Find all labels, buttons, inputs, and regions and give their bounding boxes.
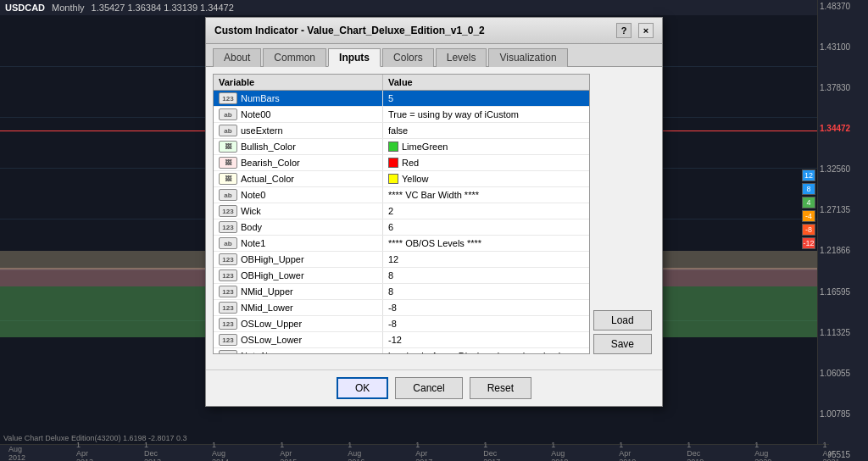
row-value: -12 <box>383 333 589 347</box>
row-variable: 123 Wick <box>214 203 383 219</box>
load-button[interactable]: Load <box>593 310 652 330</box>
type-badge: 123 <box>219 92 237 104</box>
row-value: LimeGreen <box>383 140 589 153</box>
var-name: NMid_Upper <box>241 286 293 297</box>
cancel-button[interactable]: Cancel <box>395 377 462 399</box>
tab-bar: About Common Inputs Colors Levels Visual… <box>206 44 662 67</box>
table-row[interactable]: 123 OBHigh_Lower 8 <box>214 268 589 284</box>
table-row[interactable]: ab Note00 True = using by way of iCustom <box>214 107 589 123</box>
table-row[interactable]: 🖼 Actual_Color Yellow <box>214 171 589 187</box>
row-value[interactable]: 5 <box>383 92 589 105</box>
color-swatch <box>388 174 398 184</box>
var-name: Body <box>241 222 262 232</box>
type-badge: 123 <box>219 286 237 297</box>
tab-colors[interactable]: Colors <box>382 48 434 67</box>
type-badge: ab <box>219 237 237 249</box>
color-swatch <box>388 158 398 168</box>
row-value: 8 <box>383 285 589 298</box>
table-row[interactable]: 123 OSLow_Upper -8 <box>214 316 589 332</box>
row-variable: 123 OSLow_Upper <box>214 316 383 331</box>
type-badge: ab <box>219 189 237 201</box>
reset-button[interactable]: Reset <box>470 377 531 399</box>
row-variable: 🖼 Actual_Color <box>214 171 383 186</box>
var-name: Note00 <box>241 109 270 119</box>
tab-visualization[interactable]: Visualization <box>488 48 567 67</box>
custom-indicator-dialog: Custom Indicator - Value_Chart_Deluxe_Ed… <box>205 17 663 407</box>
row-variable: 123 OSLow_Lower <box>214 332 383 347</box>
row-variable: ab Note1 <box>214 236 383 251</box>
row-variable: 123 NMid_Lower <box>214 300 383 315</box>
tab-about[interactable]: About <box>213 48 261 67</box>
param-table: Variable Value 123 NumBars 5 <box>213 74 590 354</box>
var-name: useExtern <box>241 125 283 136</box>
type-badge: 123 <box>219 253 237 265</box>
var-name: Bearish_Color <box>241 158 300 168</box>
table-row[interactable]: ab Note1 **** OB/OS Levels **** <box>214 236 589 252</box>
dialog-overlay: Custom Indicator - Value_Chart_Deluxe_Ed… <box>0 0 868 461</box>
row-value: -8 <box>383 301 589 314</box>
table-row[interactable]: 🖼 Bullish_Color LimeGreen <box>214 139 589 155</box>
table-row[interactable]: 123 Body 6 <box>214 219 589 236</box>
table-row[interactable]: ab Note1b barsback=Areas Displayed num b… <box>214 348 589 353</box>
dialog-titlebar[interactable]: Custom Indicator - Value_Chart_Deluxe_Ed… <box>206 18 662 44</box>
var-name: NMid_Lower <box>241 303 293 313</box>
ok-button[interactable]: OK <box>337 377 388 399</box>
table-row[interactable]: 123 OSLow_Lower -12 <box>214 332 589 348</box>
row-value: Red <box>383 156 589 169</box>
var-name: Note0 <box>241 190 265 200</box>
row-value: -8 <box>383 317 589 330</box>
dialog-content: Variable Value 123 NumBars 5 <box>206 67 662 369</box>
row-variable: 123 Body <box>214 219 383 235</box>
type-badge: ab <box>219 350 237 353</box>
row-variable: 123 OBHigh_Upper <box>214 252 383 267</box>
row-variable: ab Note1b <box>214 348 383 353</box>
table-row[interactable]: 🖼 Bearish_Color Red <box>214 155 589 171</box>
row-value: 8 <box>383 269 589 282</box>
type-badge: 123 <box>219 334 237 346</box>
table-header: Variable Value <box>214 75 589 91</box>
dialog-title: Custom Indicator - Value_Chart_Deluxe_Ed… <box>214 25 485 36</box>
help-button[interactable]: ? <box>616 23 632 38</box>
var-name: Bullish_Color <box>241 142 296 152</box>
tab-levels[interactable]: Levels <box>436 48 487 67</box>
type-badge: 🖼 <box>219 157 237 169</box>
content-row: Variable Value 123 NumBars 5 <box>213 74 655 354</box>
var-name: OSLow_Upper <box>241 319 302 329</box>
row-variable: ab Note00 <box>214 107 383 122</box>
type-badge: 🖼 <box>219 173 237 185</box>
var-name: NumBars <box>241 93 280 103</box>
row-value: 2 <box>383 204 589 218</box>
row-variable: ab useExtern <box>214 123 383 138</box>
color-swatch <box>388 142 398 152</box>
row-value: 6 <box>383 220 589 234</box>
table-scroll-area[interactable]: 123 NumBars 5 ab Note00 True = using by <box>214 91 589 353</box>
table-row[interactable]: 123 NMid_Upper 8 <box>214 284 589 300</box>
dialog-footer: OK Cancel Reset <box>206 369 662 406</box>
tab-inputs[interactable]: Inputs <box>328 48 381 67</box>
col-var-header: Variable <box>214 75 383 90</box>
load-save-area: Load Save <box>593 310 655 354</box>
var-name: Wick <box>241 206 261 216</box>
row-value: True = using by way of iCustom <box>383 108 589 121</box>
table-row[interactable]: ab useExtern false <box>214 123 589 139</box>
row-variable: 123 OBHigh_Lower <box>214 268 383 283</box>
type-badge: 123 <box>219 302 237 314</box>
save-button[interactable]: Save <box>593 334 652 354</box>
row-variable: 🖼 Bullish_Color <box>214 139 383 154</box>
table-row[interactable]: 123 OBHigh_Upper 12 <box>214 252 589 268</box>
table-row[interactable]: 123 NMid_Lower -8 <box>214 300 589 316</box>
row-variable: 🖼 Bearish_Color <box>214 155 383 170</box>
row-variable: 123 NumBars <box>214 91 383 106</box>
type-badge: 123 <box>219 221 237 233</box>
col-val-header: Value <box>383 75 589 90</box>
type-badge: ab <box>219 125 237 136</box>
table-row[interactable]: ab Note0 **** VC Bar Width **** <box>214 187 589 203</box>
tab-common[interactable]: Common <box>263 48 326 67</box>
row-value: false <box>383 124 589 137</box>
table-row[interactable]: 123 NumBars 5 <box>214 91 589 107</box>
close-button[interactable]: × <box>638 23 654 38</box>
dialog-controls: ? × <box>616 23 654 38</box>
table-row[interactable]: 123 Wick 2 <box>214 203 589 219</box>
row-value: **** OB/OS Levels **** <box>383 236 589 250</box>
var-name: OBHigh_Upper <box>241 254 304 264</box>
